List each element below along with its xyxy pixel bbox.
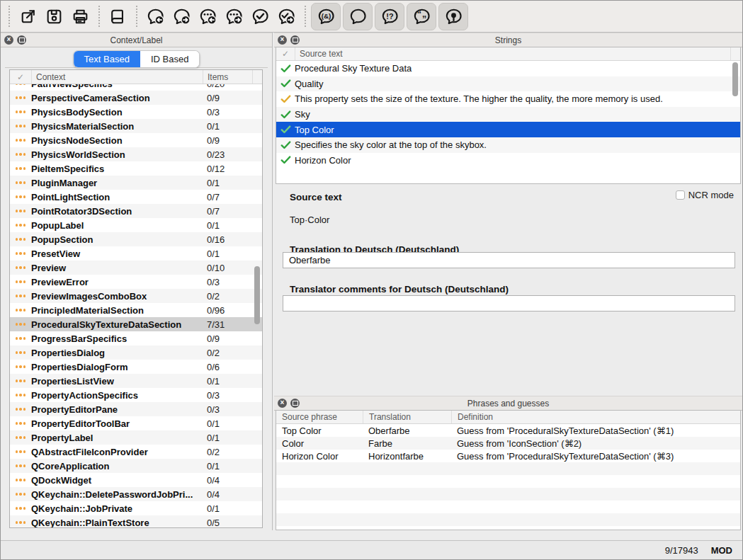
phrases-header-source[interactable]: Source phrase (276, 411, 363, 423)
context-row[interactable]: PluginManager0/1 (10, 176, 262, 190)
context-header-context[interactable]: Context (31, 70, 203, 84)
string-row[interactable]: Procedural Sky Texture Data (276, 61, 740, 76)
translation-input[interactable]: Oberfarbe (283, 252, 735, 268)
string-row[interactable]: Specifies the sky color at the top of th… (276, 137, 740, 153)
accelerators-icon: (&) (317, 7, 336, 26)
float-icon[interactable] (17, 35, 26, 45)
context-panel-titlebar: × Context/Label (1, 33, 272, 47)
accelerators-toggle[interactable]: (&) (311, 3, 341, 30)
context-row[interactable]: PopupLabel0/1 (10, 218, 262, 232)
context-panel: × Context/Label Text Based ID Based ✓ Co… (1, 33, 273, 530)
phrase-row-empty (276, 501, 740, 513)
context-row[interactable]: PerspectiveCameraSection0/9 (10, 91, 262, 105)
close-icon[interactable]: × (278, 35, 287, 45)
string-row[interactable]: Sky (276, 107, 740, 122)
open-button[interactable] (15, 4, 41, 30)
phrases-header-definition[interactable]: Definition (451, 411, 740, 423)
context-row[interactable]: PhysicsNodeSection0/9 (10, 133, 262, 147)
place-markers-toggle[interactable] (438, 3, 468, 30)
close-icon[interactable]: × (278, 399, 287, 408)
string-row[interactable]: This property sets the size of the textu… (276, 91, 740, 107)
context-row[interactable]: PhysicsMaterialSection0/1 (10, 119, 262, 133)
context-header-items[interactable]: Items (203, 70, 252, 84)
unfinished-icon (10, 507, 31, 509)
context-row[interactable]: QKeychain::JobPrivate0/1 (10, 501, 262, 515)
unfinished-icon (10, 464, 31, 467)
context-row[interactable]: QCoreApplication0/1 (10, 459, 262, 473)
context-row[interactable]: PieItemSpecifics0/12 (10, 161, 262, 176)
strings-scrollbar[interactable] (731, 60, 739, 183)
context-row[interactable]: QAbstractFileIconProvider0/2 (10, 445, 262, 459)
context-row[interactable]: PreviewImagesComboBox0/2 (10, 289, 262, 303)
float-icon[interactable] (290, 399, 300, 408)
done-and-next-button[interactable] (273, 4, 300, 30)
tab-id-based[interactable]: ID Based (140, 51, 199, 67)
string-row[interactable]: Horizon Color (276, 153, 740, 168)
context-header-check[interactable]: ✓ (10, 70, 31, 84)
svg-text:“: “ (416, 9, 421, 19)
done-check-icon (276, 79, 295, 88)
context-row[interactable]: PopupSection0/16 (10, 232, 262, 246)
context-row[interactable]: PathViewSpecifics0/20 (10, 84, 262, 91)
context-table: ✓ Context Items PathViewSpecifics0/20Per… (9, 69, 263, 528)
context-row[interactable]: PropertyActionSpecifics0/3 (10, 388, 262, 402)
phrases-table-header: Source phrase Translation Definition (276, 411, 740, 424)
print-button[interactable] (67, 4, 93, 30)
context-row[interactable]: QDockWidget0/4 (10, 473, 262, 487)
unfinished-icon (10, 181, 31, 183)
phrases-header-translation[interactable]: Translation (363, 411, 451, 423)
surrounding-whitespace-toggle[interactable] (343, 3, 373, 30)
context-row[interactable]: PreviewError0/3 (10, 275, 262, 289)
context-row[interactable]: PointLightSection0/7 (10, 190, 262, 204)
context-scrollbar-thumb[interactable] (254, 266, 260, 324)
done-check-icon (276, 125, 295, 134)
close-icon[interactable]: × (4, 35, 13, 45)
context-row[interactable]: PresetView0/1 (10, 246, 262, 261)
context-row[interactable]: PointRotator3DSection0/7 (10, 204, 262, 218)
strings-header-source[interactable]: Source text (295, 47, 730, 60)
context-row[interactable]: ProceduralSkyTextureDataSection7/31 (10, 317, 262, 331)
context-row[interactable]: PropertiesListView0/1 (10, 374, 262, 388)
strings-panel: × Strings ✓ Source text Procedural Sky T… (274, 33, 742, 530)
phrase-row[interactable]: Top ColorOberfarbeGuess from 'Procedural… (276, 424, 740, 437)
context-row[interactable]: PrincipledMaterialSection0/96 (10, 303, 262, 317)
context-row[interactable]: PropertyEditorToolBar0/1 (10, 416, 262, 430)
string-row[interactable]: Quality (276, 76, 740, 92)
save-button[interactable] (41, 4, 67, 30)
context-row[interactable]: PropertyEditorPane0/3 (10, 402, 262, 416)
context-row[interactable]: Preview0/10 (10, 261, 262, 275)
ncr-mode-checkbox[interactable] (676, 190, 685, 200)
done-check-icon (276, 141, 295, 149)
phrasebook-button[interactable] (105, 4, 131, 30)
context-row[interactable]: QKeychain::DeletePasswordJobPri...0/4 (10, 487, 262, 501)
done-button[interactable] (247, 4, 273, 30)
prev-unfinished-icon (146, 7, 165, 26)
context-row[interactable]: PropertiesDialogForm0/6 (10, 360, 262, 374)
comments-input[interactable] (283, 295, 735, 312)
context-row[interactable]: PropertyLabel0/1 (10, 430, 262, 445)
print-icon (71, 7, 90, 26)
context-row[interactable]: PropertiesDialog0/2 (10, 345, 262, 360)
prev-unfinished-button[interactable] (142, 4, 169, 30)
strings-scrollbar-thumb[interactable] (732, 62, 738, 96)
strings-header-check[interactable]: ✓ (276, 47, 295, 60)
tab-text-based[interactable]: Text Based (74, 51, 140, 67)
context-row[interactable]: QKeychain::PlainTextStore0/5 (10, 515, 262, 528)
context-row[interactable]: ProgressBarSpecifics0/9 (10, 331, 262, 345)
context-scrollbar[interactable] (253, 84, 261, 527)
string-row[interactable]: Top Color (276, 122, 740, 137)
unfinished-icon (10, 450, 31, 452)
ending-punctuation-toggle[interactable]: !? (375, 3, 404, 30)
status-bar: 9/17943 MOD (1, 540, 742, 559)
unfinished-icon (10, 351, 31, 353)
float-icon[interactable] (290, 35, 300, 45)
context-row[interactable]: PhysicsWorldSection0/23 (10, 147, 262, 161)
context-row[interactable]: PhysicsBodySection0/3 (10, 105, 262, 119)
phrase-matches-toggle[interactable]: “„ (407, 3, 436, 30)
next-button[interactable] (221, 4, 247, 30)
phrase-row-empty (276, 462, 740, 475)
prev-button[interactable] (195, 4, 221, 30)
phrase-row[interactable]: Horizon ColorHorizontfarbeGuess from 'Pr… (276, 450, 740, 462)
phrase-row[interactable]: ColorFarbeGuess from 'IconSection' (⌘2) (276, 437, 740, 450)
next-unfinished-button[interactable] (169, 4, 195, 30)
